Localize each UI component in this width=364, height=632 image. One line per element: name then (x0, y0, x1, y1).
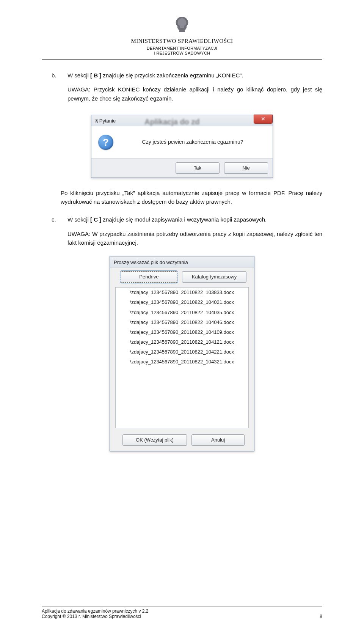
confirm-dialog-titlebar: § Pytanie Aplikacja do zd ✕ (91, 115, 273, 126)
confirm-dialog-message: Czy jesteś pewien zakończenia egazminu? (119, 138, 266, 146)
file-load-dialog-titlebar: Proszę wskazać plik do wczytania (110, 256, 254, 267)
confirm-dialog-buttons: Tak Nie (91, 158, 273, 178)
bullet-b: b. (42, 71, 61, 108)
eagle-crest-icon (174, 15, 190, 35)
list-item[interactable]: \zdajacy_1234567890_20110822_104109.docx (116, 327, 248, 337)
page-header: MINISTERSTWO SPRAWIEDLIWOŚCI DEPARTAMENT… (42, 15, 322, 60)
file-load-dialog-title: Proszę wskazać plik do wczytania (114, 259, 188, 266)
pendrive-button[interactable]: Pendrive (121, 271, 177, 283)
list-item[interactable]: \zdajacy_1234567890_20110822_104046.docx (116, 318, 248, 327)
item-c-uwaga-label: UWAGA: (67, 231, 90, 237)
list-item[interactable]: \zdajacy_1234567890_20110822_104221.docx (116, 347, 248, 357)
file-load-dialog: Proszę wskazać plik do wczytania Pendriv… (110, 256, 254, 451)
page-number: 8 (320, 614, 322, 619)
item-b-section: [ B ] (90, 72, 101, 79)
list-item[interactable]: \zdajacy_1234567890_20110822_104021.docx (116, 297, 248, 307)
bullet-c: c. (42, 215, 61, 252)
svg-rect-0 (180, 28, 184, 30)
confirm-dialog: § Pytanie Aplikacja do zd ✕ ? Czy jesteś… (91, 115, 273, 178)
after-dlg1-paragraph-block: Po kliknięciu przycisku „Tak” aplikacja … (42, 189, 322, 212)
yes-button[interactable]: Tak (176, 162, 220, 174)
page-footer: Aplikacja do zdawania egzaminów prawnicz… (42, 607, 322, 619)
question-icon: ? (98, 135, 113, 150)
footer-line2: Copyright © 2013 r. Ministerstwo Sprawie… (42, 614, 141, 619)
close-button[interactable]: ✕ (254, 115, 273, 124)
list-item-b: b. W sekcji [ B ] znajduje się przycisk … (42, 71, 322, 108)
department-line1: DEPARTAMENT INFORMATYZACJI (42, 46, 322, 50)
tempdir-button[interactable]: Katalog tymczasowy (182, 271, 246, 283)
item-b-uwaga-post: że chce się zakończyć egzamin. (90, 95, 173, 102)
footer-line1: Aplikacja do zdawania egzaminów prawnicz… (42, 608, 322, 614)
list-item-c: c. W sekcji [ C ] znajduje się moduł zap… (42, 215, 322, 252)
list-item[interactable]: \zdajacy_1234567890_20110822_104321.docx (116, 357, 248, 367)
ministry-title: MINISTERSTWO SPRAWIEDLIWOŚCI (42, 38, 322, 44)
item-b-uwaga-label: UWAGA: (67, 86, 90, 93)
list-item[interactable]: \zdajacy_1234567890_20110822_103833.docx (116, 288, 248, 297)
list-item[interactable]: \zdajacy_1234567890_20110822_104121.docx (116, 337, 248, 347)
item-c-section: [ C ] (90, 216, 101, 223)
background-blur-text: Aplikacja do zd (144, 116, 200, 128)
item-b-post: znajduje się przycisk zakończenia egzami… (101, 72, 243, 79)
no-button[interactable]: Nie (224, 162, 268, 174)
item-b-pre: W sekcji (67, 72, 90, 79)
file-listbox[interactable]: \zdajacy_1234567890_20110822_103833.docx… (115, 287, 249, 428)
confirm-dialog-title: § Pytanie (95, 117, 116, 125)
cancel-button[interactable]: Anuluj (191, 434, 245, 446)
list-item[interactable]: \zdajacy_1234567890_20110822_104035.docx (116, 308, 248, 318)
header-divider (42, 59, 322, 60)
item-b-uwaga-pre: Przycisk KONIEC kończy działanie aplikac… (90, 86, 303, 93)
footer-divider (42, 607, 322, 607)
after-dlg1-paragraph: Po kliknięciu przycisku „Tak” aplikacja … (61, 189, 322, 206)
item-c-post: znajduje się moduł zapisywania i wczytyw… (101, 216, 267, 223)
item-c-pre: W sekcji (67, 216, 90, 223)
ok-load-button[interactable]: OK (Wczytaj plik) (122, 434, 187, 446)
item-c-uwaga-text: W przypadku zaistnienia potrzeby odtworz… (67, 231, 322, 246)
department-line2: I REJESTRÓW SĄDOWYCH (42, 51, 322, 55)
